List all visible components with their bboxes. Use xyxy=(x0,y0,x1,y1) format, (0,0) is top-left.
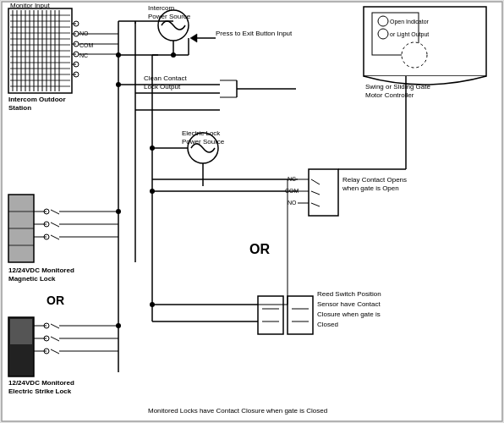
svg-text:NO: NO xyxy=(288,200,297,206)
svg-point-127 xyxy=(150,146,155,151)
monitor-input-label: Monitor Input xyxy=(10,2,50,9)
svg-text:Electric Strike Lock: Electric Strike Lock xyxy=(8,387,72,395)
svg-text:Station: Station xyxy=(8,104,31,112)
svg-point-130 xyxy=(116,52,121,58)
svg-point-101 xyxy=(402,42,427,68)
or-label-2: OR xyxy=(249,242,270,256)
svg-text:Motor Controller: Motor Controller xyxy=(365,91,414,99)
or-label-1: OR xyxy=(47,294,64,307)
bottom-label: Monitored Locks have Contact Closure whe… xyxy=(148,407,327,415)
svg-point-128 xyxy=(150,189,155,194)
svg-point-99 xyxy=(378,29,388,39)
svg-text:NC: NC xyxy=(79,52,88,58)
svg-text:Closed: Closed xyxy=(317,321,338,328)
svg-text:Magnetic Lock: Magnetic Lock xyxy=(8,275,56,283)
clean-contact-label: Clean Contact xyxy=(144,74,187,82)
swing-gate-label: Swing or Sliding Gate xyxy=(365,83,430,91)
relay-contact-label: Relay Contact Opens xyxy=(342,176,407,184)
svg-point-132 xyxy=(116,209,121,214)
intercom-outdoor-label: Intercom Outdoor xyxy=(8,96,66,103)
wiring-diagram: Monitor Input NO COM NC Intercom Outdoor… xyxy=(0,0,504,423)
svg-point-97 xyxy=(378,16,388,26)
svg-text:Power Source: Power Source xyxy=(148,13,191,20)
svg-text:Lock Output: Lock Output xyxy=(144,83,181,91)
svg-point-129 xyxy=(150,302,155,307)
svg-rect-117 xyxy=(288,296,313,334)
svg-text:Open Indicator: Open Indicator xyxy=(390,19,430,25)
electric-lock-label: Electric Lock xyxy=(182,129,221,137)
svg-rect-82 xyxy=(10,319,32,344)
svg-point-133 xyxy=(116,323,121,328)
electric-strike-label: 12/24VDC Monitored xyxy=(8,379,74,387)
svg-text:COM: COM xyxy=(79,42,94,48)
svg-text:Closure when gate is: Closure when gate is xyxy=(317,310,381,318)
svg-text:Power Source: Power Source xyxy=(182,138,225,146)
svg-text:when gate is Open: when gate is Open xyxy=(342,184,399,192)
svg-rect-103 xyxy=(309,169,338,216)
svg-point-131 xyxy=(116,82,121,87)
press-exit-label: Press to Exit Button Input xyxy=(216,30,293,37)
svg-text:Sensor have Contact: Sensor have Contact xyxy=(317,300,381,308)
svg-text:or Light Output: or Light Output xyxy=(390,31,429,38)
magnetic-lock-label: 12/24VDC Monitored xyxy=(8,266,74,274)
intercom-power-label: Intercom xyxy=(148,4,174,12)
reed-switch-label: Reed Switch Position xyxy=(317,290,381,298)
svg-rect-116 xyxy=(258,296,283,334)
